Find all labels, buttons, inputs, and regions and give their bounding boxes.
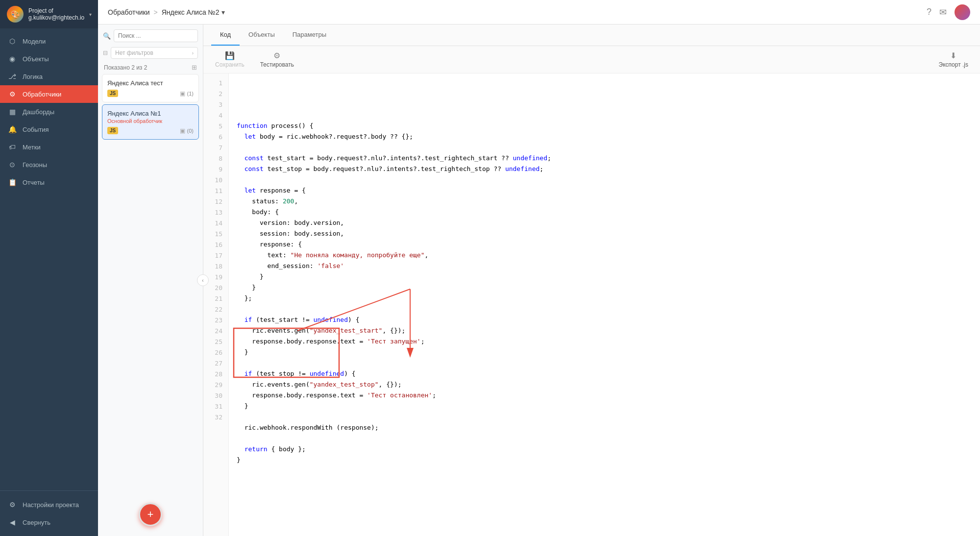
- add-handler-button[interactable]: +: [139, 503, 162, 526]
- export-label: Экспорт .js: [939, 61, 968, 68]
- test-label: Тестировать: [260, 61, 294, 68]
- code-line: }: [237, 271, 980, 282]
- code-line: }: [237, 401, 980, 412]
- sidebar-footer-settings[interactable]: ⚙ Настройки проекта: [0, 496, 98, 513]
- sidebar-label-tags: Метки: [23, 144, 41, 151]
- content-wrapper: 🔍 ⊟ Нет фильтров › Показано 2 из 2 ⊞ Янд…: [98, 24, 980, 536]
- line-number: 3: [203, 99, 228, 110]
- test-button[interactable]: ⚙ Тестировать: [256, 49, 298, 70]
- code-line: const test_stop = body.request?.nlu?.int…: [237, 164, 980, 174]
- save-button[interactable]: 💾 Сохранить: [211, 49, 248, 70]
- logic-icon: ⎇: [8, 73, 17, 80]
- advanced-filter-icon[interactable]: ⊞: [192, 64, 197, 71]
- code-line: text: "Не поняла команду, попробуйте еще…: [237, 250, 980, 261]
- sidebar-item-handlers[interactable]: ⚙ Обработчики: [0, 85, 98, 103]
- panel-collapse-button[interactable]: ‹: [197, 274, 209, 286]
- sidebar-item-objects[interactable]: ◉ Объекты: [0, 50, 98, 68]
- line-number: 11: [203, 185, 228, 196]
- editor-toolbar: 💾 Сохранить ⚙ Тестировать ⬇ Экспорт .js: [203, 46, 980, 73]
- code-line: [237, 412, 980, 422]
- code-line: version: body.version,: [237, 218, 980, 228]
- right-panel: КодОбъектыПараметры 💾 Сохранить ⚙ Тестир…: [203, 24, 980, 536]
- code-line: let body = ric.webhook?.request?.body ??…: [237, 131, 980, 142]
- breadcrumb-separator: >: [153, 8, 157, 16]
- item-badge-row: JS ▣ (0): [107, 127, 194, 134]
- item-type-icon: ▣: [180, 90, 185, 97]
- sidebar-item-events[interactable]: 🔔 События: [0, 121, 98, 138]
- topbar-actions: ? ✉: [927, 4, 970, 20]
- code-line: }: [237, 347, 980, 358]
- sidebar-label-logic: Логика: [23, 73, 43, 80]
- handler-item-item2[interactable]: Яндекс Алиса №1 Основной обработчик JS ▣…: [102, 104, 199, 140]
- line-number: 7: [203, 142, 228, 153]
- line-number: 6: [203, 131, 228, 142]
- sidebar-item-models[interactable]: ⬡ Модели: [0, 32, 98, 50]
- code-line: session: body.session,: [237, 228, 980, 239]
- sidebar-label-handlers: Обработчики: [23, 91, 61, 98]
- line-number: 21: [203, 293, 228, 304]
- sidebar-item-tags[interactable]: 🏷 Метки: [0, 138, 98, 156]
- code-content[interactable]: function process() { let body = ric.webh…: [229, 73, 980, 536]
- line-number: 17: [203, 250, 228, 261]
- tab-params[interactable]: Параметры: [284, 24, 335, 46]
- code-line: body: {: [237, 207, 980, 218]
- filter-button[interactable]: Нет фильтров ›: [111, 47, 198, 59]
- events-icon: 🔔: [8, 125, 17, 133]
- line-number: 26: [203, 347, 228, 358]
- sidebar-nav: ⬡ Модели ◉ Объекты ⎇ Логика ⚙ Обработчик…: [0, 28, 98, 490]
- line-number: 32: [203, 412, 228, 422]
- line-number: 28: [203, 368, 228, 379]
- sidebar-label-models: Модели: [23, 38, 46, 45]
- line-number: 15: [203, 228, 228, 239]
- sidebar-item-logic[interactable]: ⎇ Логика: [0, 68, 98, 85]
- line-number: 2: [203, 88, 228, 99]
- item-subtitle: Основной обработчик: [107, 118, 194, 124]
- sidebar-item-dashboards[interactable]: ▦ Дашборды: [0, 103, 98, 121]
- line-number: 4: [203, 110, 228, 121]
- line-number: 9: [203, 164, 228, 174]
- geozones-icon: ⊙: [8, 161, 17, 169]
- sidebar-header[interactable]: 🎨 Project of g.kulikov@rightech.io ▾: [0, 0, 98, 28]
- line-number: 31: [203, 401, 228, 412]
- tabs-bar: КодОбъектыПараметры: [203, 24, 980, 46]
- line-number: 29: [203, 379, 228, 390]
- tab-objects[interactable]: Объекты: [240, 24, 284, 46]
- search-input[interactable]: [114, 29, 198, 42]
- settings-icon: ⚙: [8, 501, 17, 509]
- tab-code[interactable]: Код: [211, 24, 240, 46]
- code-line: ric.webhook.respondWith (response);: [237, 422, 980, 433]
- line-number: 23: [203, 315, 228, 325]
- sidebar: 🎨 Project of g.kulikov@rightech.io ▾ ⬡ М…: [0, 0, 98, 536]
- line-number: 24: [203, 325, 228, 336]
- mail-icon[interactable]: ✉: [939, 7, 947, 18]
- js-badge: JS: [107, 127, 118, 134]
- breadcrumb-current[interactable]: Яндекс Алиса №2 ▾: [162, 8, 225, 16]
- breadcrumb-section[interactable]: Обработчики: [108, 8, 149, 16]
- search-area: 🔍: [98, 24, 203, 45]
- line-number: 16: [203, 239, 228, 250]
- code-line: }: [237, 455, 980, 465]
- sidebar-footer-collapse[interactable]: ◀ Свернуть: [0, 513, 98, 531]
- help-icon[interactable]: ?: [927, 7, 931, 17]
- handler-item-item1[interactable]: Яндекс Алиса тест JS ▣ (1): [102, 74, 199, 102]
- line-number: 10: [203, 174, 228, 185]
- export-button[interactable]: ⬇ Экспорт .js: [935, 49, 972, 70]
- line-number: 22: [203, 304, 228, 315]
- line-numbers: 1234567891011121314151617181920212223242…: [203, 73, 229, 536]
- sidebar-item-geozones[interactable]: ⊙ Геозоны: [0, 156, 98, 173]
- line-number: 1: [203, 77, 228, 88]
- code-line: }: [237, 282, 980, 293]
- code-line: response.body.response.text = 'Тест оста…: [237, 390, 980, 401]
- code-line: ric.events.gen("yandex_test_start", {});: [237, 325, 980, 336]
- avatar[interactable]: [955, 4, 970, 20]
- code-line: response: {: [237, 239, 980, 250]
- sidebar-item-reports[interactable]: 📋 Отчеты: [0, 173, 98, 191]
- code-line: if (test_start != undefined) {: [237, 315, 980, 325]
- code-line: [237, 433, 980, 444]
- code-line: function process() {: [237, 121, 980, 131]
- code-line: };: [237, 293, 980, 304]
- sidebar-footer: ⚙ Настройки проекта ◀ Свернуть: [0, 490, 98, 536]
- main-area: Обработчики > Яндекс Алиса №2 ▾ ? ✉ 🔍 ⊟ …: [98, 0, 980, 536]
- code-editor[interactable]: 1234567891011121314151617181920212223242…: [203, 73, 980, 536]
- objects-icon: ◉: [8, 55, 17, 63]
